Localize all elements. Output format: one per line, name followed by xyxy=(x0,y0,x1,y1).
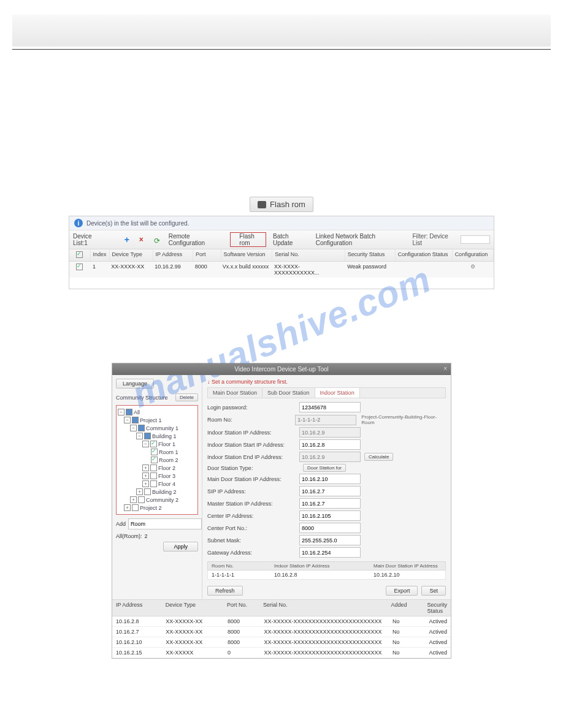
setup-tool-window: Video Intercom Device Set-up Tool × Lang… xyxy=(112,363,451,659)
filter-input[interactable] xyxy=(461,235,490,244)
export-button[interactable]: Export xyxy=(386,586,418,596)
tree-checkbox[interactable] xyxy=(132,417,139,423)
door-station-type-dropdown[interactable]: Door Station for xyxy=(303,464,346,472)
refresh-button[interactable]: ⟳ xyxy=(152,236,162,243)
device-toolbar: Device List:1 + × ⟳ Remote Configuration… xyxy=(69,230,494,249)
bottom-device-table: IP Address Device Type Port No. Serial N… xyxy=(112,599,451,658)
plus-icon: + xyxy=(124,237,131,243)
chip-icon xyxy=(258,201,266,208)
tree-checkbox[interactable] xyxy=(138,496,145,503)
close-icon[interactable]: × xyxy=(443,365,447,372)
tree-checkbox[interactable] xyxy=(150,472,157,479)
select-all-checkbox[interactable] xyxy=(76,251,83,258)
expand-icon[interactable]: + xyxy=(136,488,143,495)
indoor-ip-input xyxy=(299,427,361,438)
tab-indoor[interactable]: Indoor Station xyxy=(315,388,360,398)
collapse-icon[interactable]: − xyxy=(118,409,124,415)
table-row[interactable]: 10.16.2.15XX-XXXXX0XX-XXXXX-XXXXXXXXXXXX… xyxy=(112,648,451,658)
info-text: Device(s) in the list will be configured… xyxy=(86,220,189,227)
flash-rom-button-illustration: Flash rom xyxy=(250,197,313,212)
add-input[interactable] xyxy=(128,518,202,529)
tree-checkbox[interactable] xyxy=(126,409,132,415)
collapse-icon[interactable]: − xyxy=(142,441,149,447)
flash-rom-button[interactable]: Flash rom xyxy=(230,232,266,247)
center-ip-input[interactable] xyxy=(299,510,361,521)
tree-checkbox[interactable] xyxy=(150,441,157,447)
login-password-input[interactable] xyxy=(299,402,361,412)
set-button[interactable]: Set xyxy=(421,586,446,596)
chip-icon xyxy=(232,237,237,242)
tab-main-door[interactable]: Main Door Station xyxy=(208,388,262,398)
end-ip-input xyxy=(299,452,361,462)
community-tree: −All −Project 1 −Community 1 −Building 1… xyxy=(116,405,198,515)
allroom-value: 2 xyxy=(145,533,148,539)
apply-button[interactable]: Apply xyxy=(163,542,198,552)
station-tabs: Main Door Station Sub Door Station Indoo… xyxy=(207,387,446,398)
divider xyxy=(12,49,551,50)
tab-sub-door[interactable]: Sub Door Station xyxy=(262,388,315,398)
tree-checkbox[interactable] xyxy=(151,457,158,463)
device-table-header: Index Device Type IP Address Port Softwa… xyxy=(69,249,494,262)
filter-label: Filter: Device List xyxy=(412,233,456,246)
expand-icon[interactable]: + xyxy=(130,496,137,503)
expand-icon[interactable]: + xyxy=(142,464,149,471)
add-label: Add xyxy=(116,521,126,527)
page-header-bar xyxy=(12,15,551,47)
expand-icon[interactable]: + xyxy=(142,480,149,487)
table-row[interactable]: 10.16.2.7XX-XXXXX-XX8000XX-XXXXX-XXXXXXX… xyxy=(112,627,451,637)
gateway-input[interactable] xyxy=(299,547,361,558)
calc-table-row: 1-1-1-1-1 10.16.2.8 10.16.2.10 xyxy=(207,571,446,580)
master-ip-input[interactable] xyxy=(299,498,361,509)
collapse-icon[interactable]: − xyxy=(130,425,137,431)
add-button[interactable]: + xyxy=(123,236,132,243)
refresh-icon: ⟳ xyxy=(154,237,160,243)
delete-tree-button[interactable]: Delete xyxy=(175,393,198,401)
tree-checkbox[interactable] xyxy=(132,504,139,511)
subnet-input[interactable] xyxy=(299,535,361,545)
tree-checkbox[interactable] xyxy=(138,425,145,431)
main-ds-ip-input[interactable] xyxy=(299,474,361,484)
tree-checkbox[interactable] xyxy=(144,433,151,439)
center-port-input[interactable] xyxy=(299,523,361,533)
tree-checkbox[interactable] xyxy=(150,480,157,487)
language-button[interactable]: Language xyxy=(116,379,154,389)
info-icon: i xyxy=(74,219,83,227)
tree-checkbox[interactable] xyxy=(151,449,158,455)
community-structure-label: Community Structure xyxy=(116,395,168,401)
remote-config-button[interactable]: Remote Configuration xyxy=(167,232,225,247)
device-list-label: Device List:1 xyxy=(73,233,105,246)
sip-ip-input[interactable] xyxy=(299,486,361,496)
collapse-icon[interactable]: − xyxy=(136,433,143,439)
batch-update-button[interactable]: Batch Update xyxy=(271,232,309,247)
window-titlebar: Video Intercom Device Set-up Tool × xyxy=(112,363,451,375)
linked-batch-button[interactable]: Linked Network Batch Configuration xyxy=(314,232,408,247)
device-list-panel: i Device(s) in the list will be configur… xyxy=(69,216,494,289)
refresh-button[interactable]: Refresh xyxy=(207,586,243,596)
table-row[interactable]: 10.16.2.8XX-XXXXX-XX8000XX-XXXXX-XXXXXXX… xyxy=(112,616,451,627)
collapse-icon[interactable]: − xyxy=(124,417,131,423)
tree-checkbox[interactable] xyxy=(144,488,151,495)
hint-text: ↓ Set a community structure first. xyxy=(207,379,446,385)
row-checkbox[interactable] xyxy=(76,264,83,270)
flash-rom-label: Flash rom xyxy=(270,200,305,209)
table-row[interactable]: 10.16.2.10XX-XXXXX-XX8000XX-XXXXX-XXXXXX… xyxy=(112,637,451,648)
room-no-input xyxy=(295,415,356,425)
expand-icon[interactable]: + xyxy=(142,472,149,479)
start-ip-input[interactable] xyxy=(299,439,361,450)
x-icon: × xyxy=(139,237,145,243)
delete-button[interactable]: × xyxy=(137,236,147,243)
allroom-label: All(Room): xyxy=(116,533,142,539)
calculate-button[interactable]: Calculate xyxy=(364,453,393,461)
device-row[interactable]: 1 XX-XXXX-XX 10.16.2.99 8000 Vx.x.x buil… xyxy=(69,262,494,278)
expand-icon[interactable]: + xyxy=(124,504,131,511)
gear-icon[interactable]: ⚙ xyxy=(453,262,494,278)
calc-table-header: Room No. Indoor Station IP Address Main … xyxy=(207,561,446,571)
tree-checkbox[interactable] xyxy=(150,464,157,471)
